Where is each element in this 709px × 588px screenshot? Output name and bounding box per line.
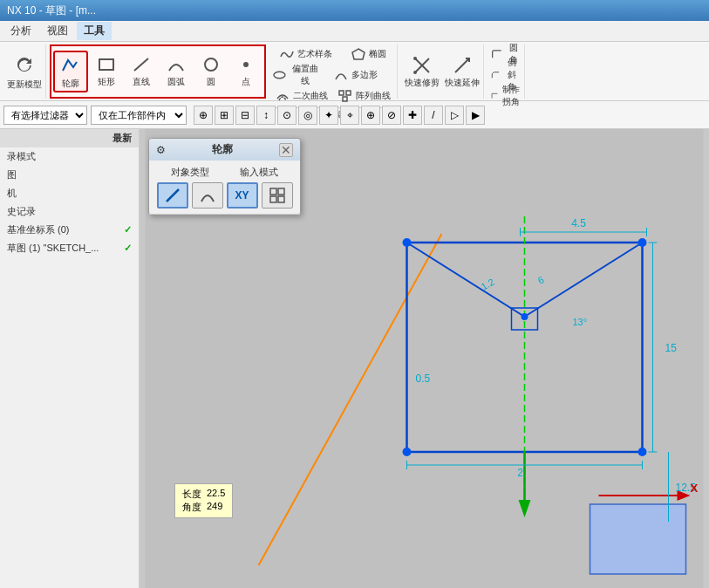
svg-point-23: [403, 448, 412, 456]
arc-type-btn[interactable]: [192, 182, 223, 209]
chamfer-btn[interactable]: 倒斜角: [489, 65, 522, 85]
toolbar-group-update: 更新模型: [3, 44, 46, 99]
svg-rect-0: [99, 59, 113, 70]
snap-icon-btn-10[interactable]: ⊘: [382, 106, 401, 125]
xy-mode-btn[interactable]: XY: [227, 182, 258, 209]
snap-icon-btn-4[interactable]: ↕: [256, 106, 276, 125]
conic-btn[interactable]: 多边形: [325, 65, 386, 85]
menu-tools[interactable]: 工具: [77, 22, 112, 40]
line-type-btn[interactable]: [157, 182, 188, 209]
snap-icon-btn-13[interactable]: ▷: [445, 106, 464, 125]
svg-point-5: [274, 72, 285, 78]
toolbar-group-curves: 轮廓 矩形 直线 圆弧: [50, 44, 266, 99]
rect-icon: [98, 57, 115, 75]
length-row: 长度 22.5: [182, 488, 225, 501]
menu-view[interactable]: 视图: [40, 22, 75, 40]
svg-rect-54: [278, 196, 284, 202]
snap-icon-btn-6[interactable]: ◎: [298, 106, 317, 125]
app-title: NX 10 - 草图 - [m...: [7, 3, 96, 18]
input-mode-label: 输入模式: [240, 166, 278, 179]
snap-icon-btn-9[interactable]: ⊕: [361, 106, 380, 125]
snap-icon-btn-5[interactable]: ⊙: [277, 106, 297, 125]
snap-icon-btn-8[interactable]: ⌖: [340, 106, 359, 125]
line-label: 直线: [133, 77, 150, 86]
point-btn[interactable]: 点: [229, 51, 262, 92]
update-icon: [14, 54, 35, 78]
profile-dialog: ⚙ 轮廓 ✕ 对象类型 输入模式: [148, 138, 301, 215]
sidebar-item-sketch[interactable]: 草图 (1) "SKETCH_... ✓: [0, 239, 139, 257]
curve-items: 轮廓 矩形 直线 圆弧: [53, 48, 262, 95]
offset-curve-btn[interactable]: 二次曲线: [271, 86, 332, 106]
param-mode-btn[interactable]: [262, 182, 293, 209]
polygon-label: 椭圆: [369, 48, 386, 60]
art-spline-btn[interactable]: 艺术样条: [271, 44, 341, 64]
quick-extend-btn[interactable]: 快速延伸: [443, 51, 481, 92]
update-model-label: 更新模型: [7, 79, 42, 89]
sidebar-item-record[interactable]: 录模式: [0, 147, 139, 166]
sketch-check-icon: ✓: [124, 243, 132, 254]
svg-line-50: [167, 189, 179, 202]
arc-btn[interactable]: 圆弧: [160, 51, 193, 92]
work-part-dropdown[interactable]: 仅在工作部件内: [91, 106, 187, 125]
selection-filter-dropdown[interactable]: 有选择过滤器: [3, 106, 87, 125]
object-type-title: 对象类型 输入模式: [156, 166, 293, 179]
quick-trim-btn[interactable]: 快速修剪: [403, 51, 441, 92]
snap-icon-btn-3[interactable]: ⊟: [235, 106, 255, 125]
secondary-toolbar: 有选择过滤器 仅在工作部件内 ⊕ ⊞ ⊟ ↕ ⊙ ◎ ✦ ⌖ ⊕ ⊘ ✚ / ▷…: [0, 101, 709, 129]
svg-line-13: [455, 58, 469, 72]
profile-btn[interactable]: 轮廓: [53, 51, 88, 92]
arc-icon: [167, 57, 185, 75]
pattern-curve-btn[interactable]: 阵列曲线: [334, 86, 395, 106]
sidebar-item-datum[interactable]: 基准坐标系 (0) ✓: [0, 221, 139, 239]
length-value: 22.5: [207, 488, 225, 501]
sidebar-item-history[interactable]: 史记录: [0, 202, 139, 221]
snap-icon-btn-11[interactable]: ✚: [403, 106, 422, 125]
svg-point-21: [403, 238, 412, 247]
snap-icon-btn-2[interactable]: ⊞: [215, 106, 234, 125]
circle-btn[interactable]: 圆: [194, 51, 228, 92]
trim-icon: [412, 55, 433, 78]
circle-label: 圆: [207, 77, 215, 86]
pattern-label: 阵列曲线: [356, 90, 391, 102]
svg-point-2: [205, 58, 217, 71]
line-draw-icon: [133, 57, 150, 75]
sidebar-item-drawing[interactable]: 图: [0, 166, 139, 184]
dialog-gear-icon[interactable]: ⚙: [156, 144, 166, 156]
toolbar-group-edit: 快速修剪 快速延伸: [401, 44, 484, 99]
arc-label: 圆弧: [167, 77, 185, 86]
svg-point-24: [638, 448, 647, 456]
svg-point-22: [638, 238, 647, 247]
sidebar-item-machine[interactable]: 机: [0, 184, 139, 202]
menu-analysis[interactable]: 分析: [3, 22, 38, 40]
snap-icon-btn-1[interactable]: ⊕: [194, 106, 213, 125]
dialog-close-btn[interactable]: ✕: [279, 143, 293, 157]
canvas-area[interactable]: 4.5 1.2 6 13° 0.5 15 2 12.5 X: [140, 129, 709, 588]
title-bar: NX 10 - 草图 - [m...: [0, 0, 709, 21]
main-content: 最新 录模式 图 机 史记录 基准坐标系 (0) ✓ 草图 (1) "SKETC…: [0, 129, 709, 588]
update-model-btn[interactable]: 更新模型: [5, 51, 44, 92]
point-icon: [237, 57, 255, 75]
rect-label: 矩形: [98, 77, 115, 86]
svg-rect-6: [339, 91, 344, 95]
ellipse-btn[interactable]: 偏置曲线: [271, 65, 324, 85]
sidebar-item-machine-label: 机: [7, 187, 17, 200]
toolbar-group-art: 艺术样条 椭圆 偏置曲线 多边形: [269, 44, 398, 99]
circle-icon: [202, 57, 220, 75]
svg-text:0.5: 0.5: [416, 373, 431, 385]
make-corner-btn[interactable]: 制作拐角: [489, 86, 522, 106]
profile-icon: [61, 55, 80, 77]
svg-text:4.5: 4.5: [571, 217, 586, 229]
edit-items: 快速修剪 快速延伸: [403, 44, 481, 99]
svg-text:15: 15: [665, 342, 678, 354]
svg-rect-8: [343, 97, 347, 101]
svg-point-12: [413, 71, 417, 74]
snap-icon-btn-7[interactable]: ✦: [319, 106, 338, 125]
svg-rect-30: [590, 504, 686, 574]
polygon-btn[interactable]: 椭圆: [343, 44, 395, 64]
snap-icon-btn-12[interactable]: /: [424, 106, 443, 125]
main-toolbar: 更新模型 轮廓 矩形: [0, 42, 709, 101]
rectangle-btn[interactable]: 矩形: [90, 51, 123, 92]
svg-point-25: [522, 313, 528, 320]
snap-icon-btn-14[interactable]: ▶: [466, 106, 485, 125]
line-btn[interactable]: 直线: [125, 51, 158, 92]
